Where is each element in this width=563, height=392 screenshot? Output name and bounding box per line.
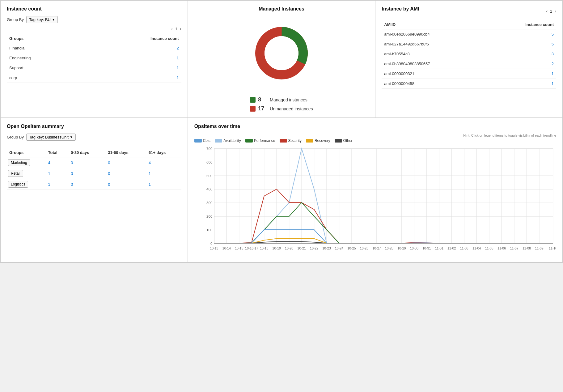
instance-count-panel: Instance count Group By Tag key: BU ▼ ‹ … bbox=[0, 0, 188, 118]
group-by-label: Group By bbox=[7, 17, 24, 22]
count-cell[interactable]: 1 bbox=[84, 53, 181, 63]
svg-text:11-01: 11-01 bbox=[435, 246, 443, 250]
open-opsitem-panel: Open OpsItem summary Group By Tag key: B… bbox=[0, 118, 188, 262]
svg-text:10-24: 10-24 bbox=[335, 246, 343, 250]
chart-legend-item[interactable]: Performance bbox=[245, 138, 275, 143]
table-row: ami-b70554c8 3 bbox=[382, 49, 556, 59]
ami-count-cell[interactable]: 3 bbox=[487, 49, 556, 59]
legend-label: Recovery bbox=[315, 138, 330, 143]
count-cell[interactable]: 1 bbox=[84, 73, 181, 83]
ami-prev-button[interactable]: ‹ bbox=[546, 9, 548, 14]
svg-text:10-30: 10-30 bbox=[410, 246, 418, 250]
ops-030-cell[interactable]: 0 bbox=[68, 179, 105, 190]
table-row: Engineering 1 bbox=[7, 53, 181, 63]
legend-color-box bbox=[280, 139, 287, 143]
ami-count-cell[interactable]: 5 bbox=[487, 39, 556, 49]
opsitem-group-by-row: Group By Tag key: BusinessUnit ▼ bbox=[7, 134, 181, 141]
svg-text:10-14: 10-14 bbox=[222, 246, 231, 250]
svg-text:11-04: 11-04 bbox=[472, 246, 481, 250]
table-row: Support 1 bbox=[7, 63, 181, 73]
ops-col-groups: Groups bbox=[7, 148, 46, 157]
next-page-button[interactable]: › bbox=[180, 26, 181, 31]
ami-count-cell[interactable]: 1 bbox=[487, 79, 556, 89]
donut-chart bbox=[251, 22, 312, 84]
dashboard: Instance count Group By Tag key: BU ▼ ‹ … bbox=[0, 0, 563, 263]
group-name-cell: Engineering bbox=[7, 53, 84, 63]
ops-total-cell[interactable]: 4 bbox=[46, 157, 69, 168]
legend-color-box bbox=[194, 139, 202, 143]
table-row: ami-027a14492d667b8f5 5 bbox=[382, 39, 556, 49]
chart-legend-item[interactable]: Security bbox=[280, 138, 302, 143]
svg-text:10-13: 10-13 bbox=[210, 246, 218, 250]
svg-text:10-20: 10-20 bbox=[285, 246, 293, 250]
svg-text:10-21: 10-21 bbox=[297, 246, 306, 250]
chart-legend-item[interactable]: Recovery bbox=[306, 138, 330, 143]
svg-text:500: 500 bbox=[206, 174, 213, 178]
managed-label: Managed instances bbox=[270, 97, 307, 102]
managed-legend: 8 Managed instances 17 Unmanaged instanc… bbox=[250, 96, 313, 112]
ami-col-count: Instance count bbox=[487, 20, 556, 29]
ops-61plus-cell[interactable]: 1 bbox=[146, 168, 181, 179]
ami-next-button[interactable]: › bbox=[555, 9, 556, 14]
recovery-line bbox=[214, 239, 553, 243]
table-row: ami-0b898040803850657 2 bbox=[382, 59, 556, 69]
ops-030-cell[interactable]: 0 bbox=[68, 157, 105, 168]
pagination-row: ‹ 1 › bbox=[7, 26, 181, 31]
svg-text:0: 0 bbox=[210, 241, 213, 245]
table-row: ami-00eb20669e0990cb4 5 bbox=[382, 29, 556, 39]
svg-text:200: 200 bbox=[206, 214, 213, 218]
chart-legend-item[interactable]: Other bbox=[335, 138, 353, 143]
svg-text:10-18: 10-18 bbox=[260, 246, 268, 250]
managed-instances-panel: Managed Instances 8 Managed instances bbox=[188, 0, 375, 118]
instance-count-table: Groups Instance count Financial 2 Engine… bbox=[7, 34, 181, 83]
ops-group-button[interactable]: Logistics bbox=[8, 181, 28, 188]
ops-group-cell: Retail bbox=[7, 168, 46, 179]
chart-legend-item[interactable]: Availability bbox=[215, 138, 241, 143]
svg-text:10-19: 10-19 bbox=[272, 246, 281, 250]
group-by-dropdown[interactable]: Tag key: BU ▼ bbox=[26, 16, 58, 23]
group-name-cell: Support bbox=[7, 63, 84, 73]
ops-total-cell[interactable]: 1 bbox=[46, 168, 69, 179]
opsitems-time-title: OpsItems over time bbox=[194, 124, 556, 129]
prev-page-button[interactable]: ‹ bbox=[171, 26, 173, 31]
ops-3160-cell[interactable]: 0 bbox=[105, 168, 146, 179]
legend-label: Other bbox=[343, 138, 353, 143]
group-by-row: Group By Tag key: BU ▼ bbox=[7, 16, 181, 23]
svg-text:10-26: 10-26 bbox=[360, 246, 368, 250]
ami-count-cell[interactable]: 2 bbox=[487, 59, 556, 69]
ops-61plus-cell[interactable]: 1 bbox=[146, 179, 181, 190]
legend-label: Availability bbox=[223, 138, 241, 143]
chart-legend-item[interactable]: Cost bbox=[194, 138, 211, 143]
ops-total-cell[interactable]: 1 bbox=[46, 179, 69, 190]
cost-line bbox=[214, 230, 553, 243]
ops-61plus-cell[interactable]: 4 bbox=[146, 157, 181, 168]
count-cell[interactable]: 2 bbox=[84, 43, 181, 53]
ops-col-61plus: 61+ days bbox=[146, 148, 181, 157]
ops-030-cell[interactable]: 0 bbox=[68, 168, 105, 179]
instance-by-ami-panel: Instance by AMI ‹ 1 › AMIID Instance cou… bbox=[375, 0, 563, 118]
opsitem-group-by-dropdown[interactable]: Tag key: BusinessUnit ▼ bbox=[26, 134, 76, 141]
opsitems-over-time-panel: OpsItems over time Hint: Click on legend… bbox=[188, 118, 563, 262]
opsitems-table: Groups Total 0-30 days 31-60 days 61+ da… bbox=[7, 148, 181, 190]
svg-text:10-29: 10-29 bbox=[397, 246, 406, 250]
svg-text:600: 600 bbox=[206, 160, 213, 164]
ops-3160-cell[interactable]: 0 bbox=[105, 157, 146, 168]
count-cell[interactable]: 1 bbox=[84, 63, 181, 73]
ops-group-button[interactable]: Retail bbox=[8, 170, 23, 177]
managed-color-box bbox=[250, 97, 256, 103]
svg-text:11-06: 11-06 bbox=[497, 246, 506, 250]
ami-count-cell[interactable]: 1 bbox=[487, 69, 556, 79]
ami-id-cell: ami-0b898040803850657 bbox=[382, 59, 487, 69]
ami-id-cell: ami-027a14492d667b8f5 bbox=[382, 39, 487, 49]
svg-text:11-10: 11-10 bbox=[549, 246, 556, 250]
ami-count-cell[interactable]: 5 bbox=[487, 29, 556, 39]
ops-group-cell: Marketing bbox=[7, 157, 46, 168]
ami-table: AMIID Instance count ami-00eb20669e0990c… bbox=[382, 20, 556, 89]
unmanaged-color-box bbox=[250, 106, 256, 112]
svg-text:10-27: 10-27 bbox=[372, 246, 381, 250]
svg-text:11-08: 11-08 bbox=[523, 246, 531, 250]
ops-group-button[interactable]: Marketing bbox=[8, 159, 30, 166]
svg-text:11-09: 11-09 bbox=[535, 246, 543, 250]
instance-count-title: Instance count bbox=[7, 6, 181, 12]
ops-3160-cell[interactable]: 0 bbox=[105, 179, 146, 190]
